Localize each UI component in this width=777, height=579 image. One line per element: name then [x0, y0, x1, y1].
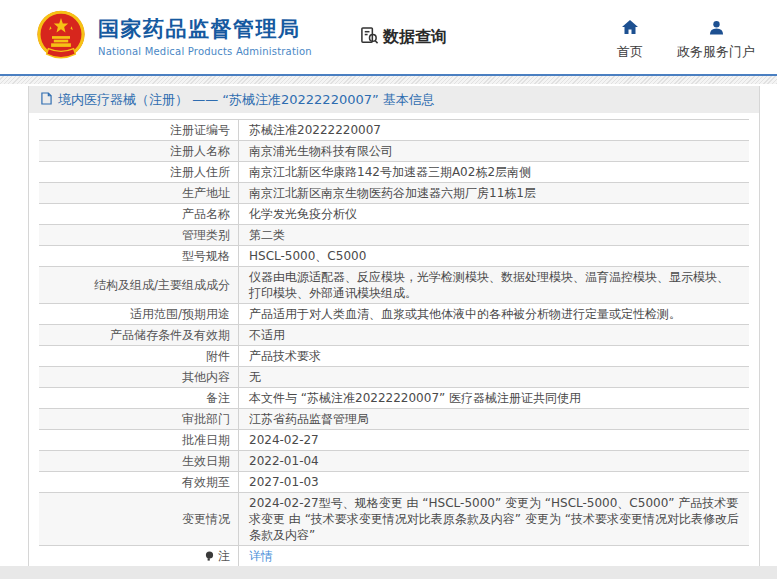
row-label: 管理类别 — [182, 227, 230, 243]
row-value: 2022-01-04 — [239, 451, 749, 471]
table-row: 型号规格 HSCL-5000、C5000 — [39, 246, 749, 267]
row-label-cell: 其他内容 — [39, 367, 239, 387]
row-label-cell: 注册人名称 — [39, 141, 239, 161]
table-row: 产品名称 化学发光免疫分析仪 — [39, 204, 749, 225]
row-label: 变更情况 — [182, 511, 230, 527]
row-label-cell: 结构及组成/主要组成成分 — [39, 267, 239, 303]
row-label-cell: 备注 — [39, 388, 239, 408]
table-row: 其他内容 无 — [39, 367, 749, 388]
table-row: 注册人住所 南京江北新区华康路142号加速器三期A02栋2层南侧 — [39, 162, 749, 183]
doc-search-icon — [360, 26, 379, 49]
row-value: 详情 — [239, 546, 749, 566]
page-title-text: 境内医疗器械（注册） —— “苏械注准20222220007” 基本信息 — [58, 91, 435, 109]
nav-item-home[interactable]: 首页 — [617, 20, 643, 61]
site-header: 国家药品监督管理局 National Medical Products Admi… — [0, 0, 777, 76]
row-label: 产品储存条件及有效期 — [110, 327, 230, 343]
detail-link[interactable]: 详情 — [249, 548, 273, 564]
row-label: 生效日期 — [182, 453, 230, 469]
row-label-cell: 管理类别 — [39, 225, 239, 245]
row-label: 附件 — [206, 348, 230, 364]
nav-item-portal[interactable]: 政务服务门户 — [677, 20, 755, 61]
row-value: 南京江北新区南京生物医药谷加速器六期厂房11栋1层 — [239, 183, 749, 203]
row-value: 2024-02-27 — [239, 430, 749, 450]
document-icon — [41, 92, 52, 108]
row-label-cell: 产品名称 — [39, 204, 239, 224]
row-value: 江苏省药品监督管理局 — [239, 409, 749, 429]
user-icon — [709, 20, 724, 38]
content-panel: 境内医疗器械（注册） —— “苏械注准20222220007” 基本信息 注册证… — [28, 86, 760, 569]
table-row: 批准日期 2024-02-27 — [39, 430, 749, 451]
nav-item-label: 首页 — [617, 43, 643, 61]
table-row: 变更情况 2024-02-27型号、规格变更 由 “HSCL-5000” 变更为… — [39, 493, 749, 546]
row-value: HSCL-5000、C5000 — [239, 246, 749, 266]
table-row: 有效期至 2027-01-03 — [39, 472, 749, 493]
row-label-cell: 产品储存条件及有效期 — [39, 325, 239, 345]
table-row: 适用范围/预期用途 产品适用于对人类血清、血浆或其他体液中的各种被分析物进行定量… — [39, 304, 749, 325]
table-row: 注册证编号 苏械注准20222220007 — [39, 120, 749, 141]
header-hatch-divider — [0, 76, 777, 84]
row-value: 苏械注准20222220007 — [239, 120, 749, 140]
table-row: 结构及组成/主要组成成分 仪器由电源适配器、反应模块，光学检测模块、数据处理模块… — [39, 267, 749, 304]
row-label: 审批部门 — [182, 411, 230, 427]
row-label: 型号规格 — [182, 248, 230, 264]
info-table: 注册证编号 苏械注准20222220007 注册人名称 南京浦光生物科技有限公司… — [39, 119, 749, 567]
table-row: 备注 本文件与 “苏械注准20222220007” 医疗器械注册证共同使用 — [39, 388, 749, 409]
row-value: 南京浦光生物科技有限公司 — [239, 141, 749, 161]
header-nav: 首页 政务服务门户 — [617, 14, 755, 61]
row-value: 产品技术要求 — [239, 346, 749, 366]
table-row: 管理类别 第二类 — [39, 225, 749, 246]
row-value: 南京江北新区华康路142号加速器三期A02栋2层南侧 — [239, 162, 749, 182]
row-label-cell: 审批部门 — [39, 409, 239, 429]
page-title: 境内医疗器械（注册） —— “苏械注准20222220007” 基本信息 — [29, 86, 759, 113]
row-value: 第二类 — [239, 225, 749, 245]
row-label: 注册证编号 — [170, 122, 230, 138]
row-value: 无 — [239, 367, 749, 387]
note-icon — [205, 551, 214, 561]
row-value: 2027-01-03 — [239, 472, 749, 492]
row-label-cell: 生效日期 — [39, 451, 239, 471]
nav-item-label: 政务服务门户 — [677, 43, 755, 61]
row-label: 有效期至 — [182, 474, 230, 490]
row-label-cell: 注册证编号 — [39, 120, 239, 140]
table-row: 审批部门 江苏省药品监督管理局 — [39, 409, 749, 430]
row-value: 不适用 — [239, 325, 749, 345]
row-label: 其他内容 — [182, 369, 230, 385]
row-label: 批准日期 — [182, 432, 230, 448]
row-label-cell: 注册人住所 — [39, 162, 239, 182]
table-row: 附件 产品技术要求 — [39, 346, 749, 367]
row-label-cell: 批准日期 — [39, 430, 239, 450]
brand-block[interactable]: 国家药品监督管理局 National Medical Products Admi… — [98, 17, 312, 56]
row-value: 本文件与 “苏械注准20222220007” 医疗器械注册证共同使用 — [239, 388, 749, 408]
row-value: 化学发光免疫分析仪 — [239, 204, 749, 224]
row-value: 产品适用于对人类血清、血浆或其他体液中的各种被分析物进行定量或定性检测。 — [239, 304, 749, 324]
row-label: 产品名称 — [182, 206, 230, 222]
data-query-label: 数据查询 — [383, 27, 447, 48]
row-label-cell: 适用范围/预期用途 — [39, 304, 239, 324]
row-value: 仪器由电源适配器、反应模块，光学检测模块、数据处理模块、温育温控模块、显示模块、… — [239, 267, 749, 303]
brand-title-cn: 国家药品监督管理局 — [98, 17, 312, 42]
row-label: 注 — [218, 548, 230, 564]
table-row: 产品储存条件及有效期 不适用 — [39, 325, 749, 346]
brand-title-en: National Medical Products Administration — [98, 46, 312, 57]
table-row: 生产地址 南京江北新区南京生物医药谷加速器六期厂房11栋1层 — [39, 183, 749, 204]
home-icon — [622, 20, 638, 38]
row-label: 适用范围/预期用途 — [130, 306, 230, 322]
table-row: 注 详情 — [39, 546, 749, 567]
row-label: 生产地址 — [182, 185, 230, 201]
data-query-link[interactable]: 数据查询 — [360, 26, 447, 49]
row-value: 2024-02-27型号、规格变更 由 “HSCL-5000” 变更为 “HSC… — [239, 493, 749, 545]
row-label: 注册人住所 — [170, 164, 230, 180]
row-label-cell: 变更情况 — [39, 493, 239, 545]
row-label-cell: 附件 — [39, 346, 239, 366]
footer-strip — [0, 566, 777, 579]
table-row: 生效日期 2022-01-04 — [39, 451, 749, 472]
row-label: 备注 — [206, 390, 230, 406]
row-label: 结构及组成/主要组成成分 — [94, 277, 230, 293]
table-row: 注册人名称 南京浦光生物科技有限公司 — [39, 141, 749, 162]
row-label-cell: 型号规格 — [39, 246, 239, 266]
row-label-cell: 注 — [39, 546, 239, 566]
row-label-cell: 生产地址 — [39, 183, 239, 203]
row-label-cell: 有效期至 — [39, 472, 239, 492]
row-label: 注册人名称 — [170, 143, 230, 159]
national-emblem-icon[interactable] — [34, 9, 88, 65]
